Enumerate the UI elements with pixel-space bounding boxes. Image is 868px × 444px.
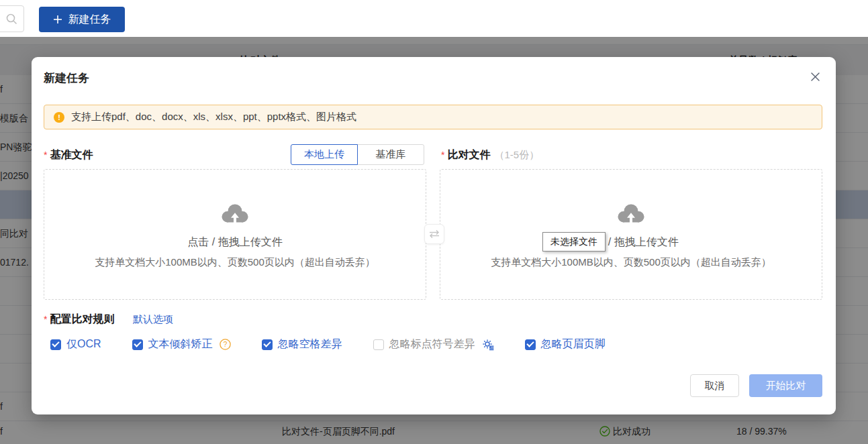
upload-hint-line2: 支持单文档大小100MB以内、页数500页以内（超出自动丢弃） — [491, 256, 771, 269]
search-icon — [5, 13, 17, 25]
upload-hint-line1: 点击 / 拖拽上传文件 — [187, 235, 282, 249]
swap-files-button[interactable] — [424, 224, 444, 244]
rule-ocr-only-label: 仅OCR — [66, 337, 101, 351]
help-question-icon[interactable]: ? — [220, 339, 231, 350]
topbar: 新建任务 — [0, 0, 868, 37]
rule-ocr-only[interactable]: 仅OCR — [50, 337, 101, 351]
close-icon — [810, 72, 820, 82]
rule-text-skew-correction-label: 文本倾斜矫正 — [148, 337, 213, 351]
upload-format-alert: ! 支持上传pdf、doc、docx、xls、xlsx、ppt、pptx格式、图… — [44, 105, 822, 129]
new-task-modal: 新建任务 ! 支持上传pdf、doc、docx、xls、xlsx、ppt、ppt… — [32, 57, 836, 414]
upload-cloud-icon — [219, 201, 251, 226]
required-asterisk: * — [44, 150, 47, 160]
upload-hint-line2: 支持单文档大小100MB以内、页数500页以内（超出自动丢弃） — [95, 256, 375, 269]
rules-section-label: *配置比对规则 — [44, 313, 114, 327]
base-file-source-tabs: 本地上传 基准库 — [291, 144, 424, 165]
tab-local-upload[interactable]: 本地上传 — [291, 144, 358, 165]
new-task-button[interactable]: 新建任务 — [39, 7, 125, 32]
checkbox-checked[interactable] — [132, 339, 143, 350]
rule-ignore-header-footer-label: 忽略页眉页脚 — [541, 337, 606, 351]
svg-text:?: ? — [223, 340, 227, 348]
rule-text-skew-correction[interactable]: 文本倾斜矫正? — [132, 337, 231, 351]
checkbox-checked[interactable] — [525, 339, 536, 350]
tab-base-library[interactable]: 基准库 — [357, 144, 424, 165]
modal-close-button[interactable] — [808, 69, 822, 84]
app-window: 新建任务 比对文件 差异数 / 相似度 f模版合PN骆驼|20250同比对017… — [0, 0, 868, 444]
rule-ignore-header-footer[interactable]: 忽略页眉页脚 — [525, 337, 606, 351]
base-file-dropzone[interactable]: 点击 / 拖拽上传文件 支持单文档大小100MB以内、页数500页以内（超出自动… — [44, 169, 426, 300]
rule-ignore-punctuation-diff[interactable]: 忽略标点符号差异 — [373, 337, 494, 351]
rule-ignore-punctuation-diff-label: 忽略标点符号差异 — [389, 337, 475, 351]
checkbox-checked[interactable] — [262, 339, 273, 350]
no-file-selected-tooltip: 未选择文件 — [542, 232, 606, 252]
plus-icon — [53, 15, 62, 24]
alert-text: 支持上传pdf、doc、docx、xls、xlsx、ppt、pptx格式、图片格… — [71, 111, 356, 123]
checkbox-checked[interactable] — [50, 339, 61, 350]
new-task-button-label: 新建任务 — [68, 13, 111, 27]
required-asterisk: * — [441, 150, 444, 160]
checkbox-unchecked[interactable] — [373, 339, 384, 350]
search-box[interactable] — [0, 5, 24, 32]
start-compare-button[interactable]: 开始比对 — [749, 374, 822, 397]
rules-options-row: 仅OCR文本倾斜矫正?忽略空格差异忽略标点符号差异忽略页眉页脚 — [50, 337, 606, 351]
rule-ignore-space-diff-label: 忽略空格差异 — [278, 337, 342, 351]
cancel-button[interactable]: 取消 — [690, 374, 739, 397]
rule-ignore-space-diff[interactable]: 忽略空格差异 — [262, 337, 342, 351]
modal-title: 新建任务 — [44, 70, 89, 86]
compare-file-section-label: *比对文件（1-5份） — [441, 144, 539, 166]
required-asterisk: * — [44, 314, 47, 325]
default-options-link[interactable]: 默认选项 — [133, 313, 173, 326]
warning-icon: ! — [54, 112, 64, 123]
upload-cloud-icon — [615, 201, 647, 226]
punctuation-settings-gear-icon[interactable] — [482, 339, 494, 351]
base-file-section-label: *基准文件 — [44, 144, 93, 166]
compare-file-count-hint: （1-5份） — [494, 149, 539, 160]
compare-file-dropzone[interactable]: 点击 / 拖拽上传文件 支持单文档大小100MB以内、页数500页以内（超出自动… — [440, 169, 822, 300]
swap-arrows-icon — [428, 229, 440, 239]
